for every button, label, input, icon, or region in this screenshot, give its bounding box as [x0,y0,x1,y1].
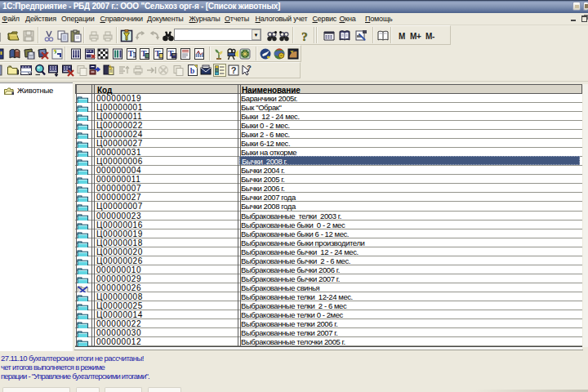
svg-text:b: b [190,66,195,75]
svg-text:T: T [128,49,134,58]
svg-text:?: ? [247,64,252,72]
svg-text:?: ? [231,65,237,75]
svg-text:?: ? [301,30,308,43]
